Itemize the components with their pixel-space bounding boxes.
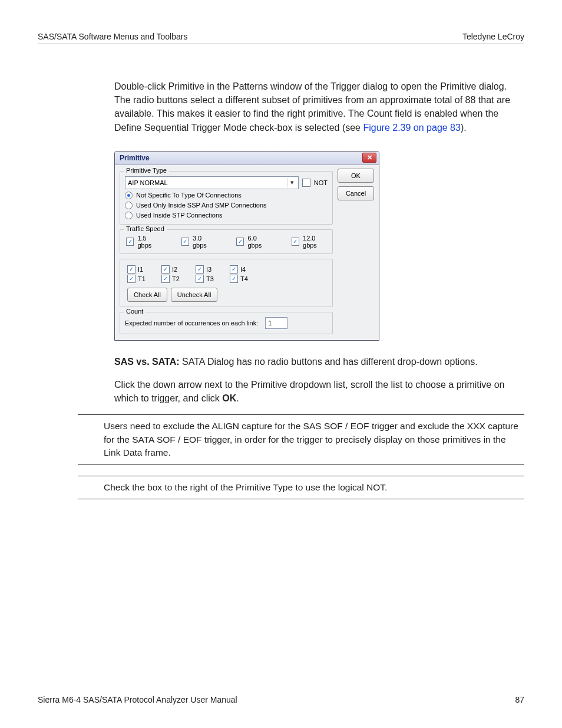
not-label: NOT xyxy=(314,179,328,186)
speed-12-0-label: 12.0 gbps xyxy=(303,235,330,249)
page-footer: Sierra M6-4 SAS/SATA Protocol Analyzer U… xyxy=(38,695,524,704)
radio-stp[interactable] xyxy=(125,212,133,219)
sas-vs-sata-paragraph: SAS vs. SATA: SATA Dialog has no radio b… xyxy=(114,355,524,368)
close-icon: ✕ xyxy=(367,154,372,161)
radio-ssp-smp[interactable] xyxy=(125,202,133,209)
speed-12-0-checkbox[interactable]: ✓ xyxy=(292,238,299,246)
port-t4-label: T4 xyxy=(240,275,248,282)
figure-crossref-link[interactable]: Figure 2.39 on page 83 xyxy=(363,123,460,133)
traffic-speed-label: Traffic Speed xyxy=(124,225,167,232)
speed-1-5-label: 1.5 gbps xyxy=(137,235,161,249)
port-t1-checkbox[interactable]: ✓ xyxy=(127,275,135,283)
port-i3-checkbox[interactable]: ✓ xyxy=(196,265,204,274)
click-instr-end: . xyxy=(236,393,239,403)
click-instr-text: Click the down arrow next to the Primiti… xyxy=(114,380,505,403)
count-group-label: Count xyxy=(124,308,146,315)
count-group: Count Expected number of occurrences on … xyxy=(120,312,333,334)
port-t3-label: T3 xyxy=(206,275,214,282)
check-all-button[interactable]: Check All xyxy=(127,288,167,302)
count-label: Expected number of occurrences on each l… xyxy=(125,319,258,327)
note-exclude: Users need to exclude the ALIGN capture … xyxy=(78,414,524,465)
radio-not-specific[interactable] xyxy=(125,192,133,199)
speed-3-0-label: 3.0 gbps xyxy=(193,235,216,249)
cancel-button[interactable]: Cancel xyxy=(338,186,374,200)
dialog-titlebar[interactable]: Primitive ✕ xyxy=(115,151,379,165)
port-i3-label: I3 xyxy=(206,266,211,273)
port-t4-checkbox[interactable]: ✓ xyxy=(230,275,238,283)
ok-bold: OK xyxy=(222,393,236,403)
note-not-checkbox-text: Check the box to the right of the Primit… xyxy=(78,481,524,494)
traffic-speed-group: Traffic Speed ✓1.5 gbps ✓3.0 gbps ✓6.0 g… xyxy=(120,229,333,254)
speed-6-0-label: 6.0 gbps xyxy=(247,235,271,249)
running-header: SAS/SATA Software Menus and Toolbars Tel… xyxy=(38,32,524,44)
port-i1-label: I1 xyxy=(138,266,143,273)
primitive-type-group: Primitive Type AIP NORMAL ▾ ✓ NOT Not Sp… xyxy=(120,171,333,225)
sas-vs-sata-text: SATA Dialog has no radio buttons and has… xyxy=(180,357,478,367)
speed-6-0-checkbox[interactable]: ✓ xyxy=(236,238,244,246)
primitive-type-label: Primitive Type xyxy=(124,167,169,174)
note-not-checkbox: Check the box to the right of the Primit… xyxy=(78,476,524,499)
radio-stp-label: Used Inside STP Connections xyxy=(136,212,223,219)
note-exclude-text: Users need to exclude the ALIGN capture … xyxy=(78,420,524,459)
chevron-down-icon[interactable]: ▾ xyxy=(287,178,297,187)
close-button[interactable]: ✕ xyxy=(362,153,376,163)
port-i1-checkbox[interactable]: ✓ xyxy=(127,265,135,274)
click-instruction-paragraph: Click the down arrow next to the Primiti… xyxy=(114,378,524,405)
combo-value: AIP NORMAL xyxy=(128,179,168,186)
port-t2-checkbox[interactable]: ✓ xyxy=(161,275,170,283)
radio-not-specific-label: Not Specific To Type Of Connections xyxy=(136,192,242,199)
footer-page-number: 87 xyxy=(515,695,524,704)
header-left: SAS/SATA Software Menus and Toolbars xyxy=(38,32,187,41)
speed-3-0-checkbox[interactable]: ✓ xyxy=(181,238,189,246)
port-t1-label: T1 xyxy=(138,275,146,282)
uncheck-all-button[interactable]: Uncheck All xyxy=(171,288,217,302)
sas-vs-sata-bold: SAS vs. SATA: xyxy=(114,357,180,367)
primitive-dialog: Primitive ✕ Primitive Type AIP NORMAL ▾ xyxy=(114,151,379,341)
ok-button[interactable]: OK xyxy=(338,169,374,183)
port-i2-label: I2 xyxy=(172,266,177,273)
port-i4-checkbox[interactable]: ✓ xyxy=(230,265,238,274)
port-i4-label: I4 xyxy=(240,266,246,273)
ports-group: ✓I1 ✓I2 ✓I3 ✓I4 ✓T1 ✓T2 ✓T3 ✓T4 Chec xyxy=(120,259,333,307)
count-input[interactable]: 1 xyxy=(265,317,287,329)
port-t3-checkbox[interactable]: ✓ xyxy=(196,275,204,283)
dialog-title-text: Primitive xyxy=(120,154,150,162)
not-checkbox[interactable]: ✓ xyxy=(302,179,310,187)
intro-end: ). xyxy=(461,123,467,133)
primitive-type-combo[interactable]: AIP NORMAL ▾ xyxy=(125,176,299,189)
header-right: Teledyne LeCroy xyxy=(462,32,524,41)
port-t2-label: T2 xyxy=(172,275,180,282)
port-i2-checkbox[interactable]: ✓ xyxy=(161,265,170,274)
radio-ssp-smp-label: Used Only Inside SSP And SMP Connections xyxy=(136,202,267,209)
speed-1-5-checkbox[interactable]: ✓ xyxy=(126,238,134,246)
intro-paragraph: Double-click Primitive in the Patterns w… xyxy=(114,80,524,134)
footer-left: Sierra M6-4 SAS/SATA Protocol Analyzer U… xyxy=(38,695,237,704)
